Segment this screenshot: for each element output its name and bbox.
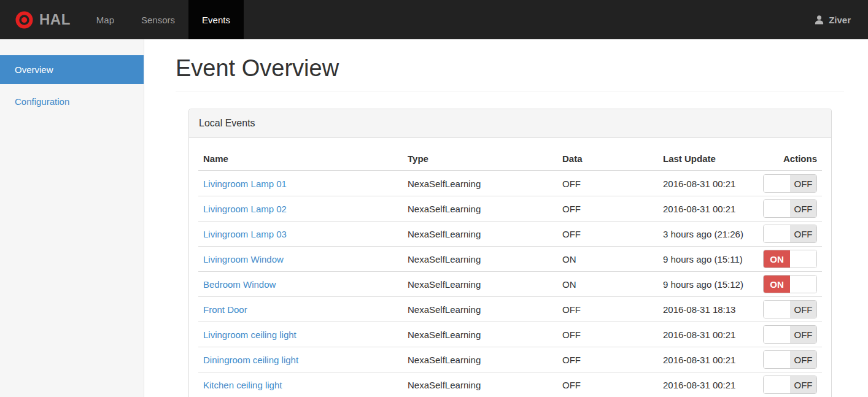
table-row: Bedroom Window NexaSelfLearning ON 9 hou… bbox=[198, 272, 822, 297]
toggle-handle bbox=[764, 225, 790, 242]
toggle-state-label: OFF bbox=[790, 175, 816, 192]
col-header-type: Type bbox=[403, 147, 557, 171]
nav-item-map[interactable]: Map bbox=[83, 0, 128, 39]
local-events-panel: Local Events Name Type Data Last Update … bbox=[188, 109, 832, 397]
toggle-handle bbox=[764, 376, 790, 393]
table-row: Livingroom Lamp 01 NexaSelfLearning OFF … bbox=[198, 171, 822, 196]
toggle-state-label: OFF bbox=[790, 200, 816, 217]
last-update-cell: 2016-08-31 00:21 bbox=[658, 372, 757, 397]
action-toggle[interactable]: OFF bbox=[763, 300, 817, 318]
toggle-state-label: OFF bbox=[790, 351, 816, 368]
brand-label: HAL bbox=[39, 11, 71, 28]
nav-item-events[interactable]: Events bbox=[188, 0, 244, 39]
brand[interactable]: HAL bbox=[0, 0, 83, 39]
action-toggle[interactable]: OFF bbox=[763, 225, 817, 243]
table-row: Kitchen ceiling light NexaSelfLearning O… bbox=[198, 372, 822, 397]
action-toggle[interactable]: OFF bbox=[763, 376, 817, 394]
event-link[interactable]: Livingroom Lamp 01 bbox=[203, 179, 287, 189]
action-toggle[interactable]: OFF bbox=[763, 174, 817, 193]
table-row: Diningroom ceiling light NexaSelfLearnin… bbox=[198, 347, 822, 372]
toggle-handle bbox=[764, 175, 790, 192]
table-row: Livingroom Window NexaSelfLearning ON 9 … bbox=[198, 247, 822, 272]
action-toggle[interactable]: OFF bbox=[763, 325, 817, 344]
toggle-handle bbox=[764, 351, 790, 368]
username-label: Ziver bbox=[829, 15, 851, 25]
type-cell: NexaSelfLearning bbox=[403, 347, 557, 372]
last-update-cell: 2016-08-31 00:21 bbox=[658, 322, 757, 347]
action-toggle[interactable]: OFF bbox=[763, 350, 817, 369]
table-row: Livingroom ceiling light NexaSelfLearnin… bbox=[198, 322, 822, 347]
event-link[interactable]: Livingroom ceiling light bbox=[203, 330, 296, 340]
toggle-handle bbox=[764, 326, 790, 343]
data-cell: ON bbox=[557, 272, 658, 297]
col-header-data: Data bbox=[557, 147, 658, 171]
data-cell: OFF bbox=[557, 171, 658, 196]
nav-item-sensors[interactable]: Sensors bbox=[128, 0, 188, 39]
col-header-name: Name bbox=[198, 147, 403, 171]
event-link[interactable]: Diningroom ceiling light bbox=[203, 355, 298, 365]
events-table: Name Type Data Last Update Actions Livin… bbox=[198, 147, 822, 397]
table-header-row: Name Type Data Last Update Actions bbox=[198, 147, 822, 171]
data-cell: OFF bbox=[557, 322, 658, 347]
data-cell: OFF bbox=[557, 196, 658, 222]
action-toggle[interactable]: ON bbox=[763, 275, 817, 293]
event-link[interactable]: Bedroom Window bbox=[203, 279, 276, 290]
toggle-handle bbox=[764, 200, 790, 217]
toggle-handle bbox=[764, 301, 790, 318]
type-cell: NexaSelfLearning bbox=[403, 222, 557, 247]
type-cell: NexaSelfLearning bbox=[403, 247, 557, 272]
sidebar-item-overview[interactable]: Overview bbox=[0, 55, 144, 84]
toggle-state-label: OFF bbox=[790, 225, 816, 242]
last-update-cell: 2016-08-31 00:21 bbox=[658, 171, 757, 196]
data-cell: OFF bbox=[557, 297, 658, 322]
sidebar-item-configuration[interactable]: Configuration bbox=[0, 87, 144, 116]
toggle-handle bbox=[790, 276, 816, 293]
main-content: Event Overview Local Events Name Type Da… bbox=[145, 39, 868, 397]
sidebar: Overview Configuration bbox=[0, 39, 144, 397]
type-cell: NexaSelfLearning bbox=[403, 372, 557, 397]
toggle-state-label: OFF bbox=[790, 326, 816, 343]
data-cell: OFF bbox=[557, 372, 658, 397]
toggle-state-label: OFF bbox=[790, 301, 816, 318]
type-cell: NexaSelfLearning bbox=[403, 171, 557, 196]
toggle-state-label: ON bbox=[764, 250, 790, 268]
last-update-cell: 3 hours ago (21:26) bbox=[658, 222, 757, 247]
table-row: Livingroom Lamp 03 NexaSelfLearning OFF … bbox=[198, 222, 822, 247]
toggle-state-label: OFF bbox=[790, 376, 816, 393]
panel-heading: Local Events bbox=[189, 109, 831, 138]
type-cell: NexaSelfLearning bbox=[403, 322, 557, 347]
event-link[interactable]: Livingroom Lamp 03 bbox=[203, 229, 287, 239]
last-update-cell: 2016-08-31 18:13 bbox=[658, 297, 757, 322]
type-cell: NexaSelfLearning bbox=[403, 297, 557, 322]
main-nav: Map Sensors Events bbox=[83, 0, 244, 39]
table-row: Front Door NexaSelfLearning OFF 2016-08-… bbox=[198, 297, 822, 322]
hal-logo-icon bbox=[15, 10, 34, 29]
data-cell: OFF bbox=[557, 347, 658, 372]
last-update-cell: 2016-08-31 00:21 bbox=[658, 347, 757, 372]
event-link[interactable]: Livingroom Lamp 02 bbox=[203, 204, 287, 214]
event-link[interactable]: Front Door bbox=[203, 304, 247, 315]
navbar: HAL Map Sensors Events Ziver bbox=[0, 0, 868, 39]
toggle-handle bbox=[790, 250, 816, 268]
action-toggle[interactable]: ON bbox=[763, 250, 817, 268]
page-title: Event Overview bbox=[176, 55, 844, 91]
data-cell: OFF bbox=[557, 222, 658, 247]
table-row: Livingroom Lamp 02 NexaSelfLearning OFF … bbox=[198, 196, 822, 222]
action-toggle[interactable]: OFF bbox=[763, 199, 817, 218]
last-update-cell: 9 hours ago (15:11) bbox=[658, 247, 757, 272]
navbar-user[interactable]: Ziver bbox=[814, 0, 868, 39]
type-cell: NexaSelfLearning bbox=[403, 272, 557, 297]
col-header-actions: Actions bbox=[757, 147, 822, 171]
type-cell: NexaSelfLearning bbox=[403, 196, 557, 222]
col-header-last-update: Last Update bbox=[658, 147, 757, 171]
user-icon bbox=[814, 15, 824, 25]
event-link[interactable]: Kitchen ceiling light bbox=[203, 380, 282, 390]
last-update-cell: 9 hours ago (15:12) bbox=[658, 272, 757, 297]
last-update-cell: 2016-08-31 00:21 bbox=[658, 196, 757, 222]
event-link[interactable]: Livingroom Window bbox=[203, 254, 284, 264]
data-cell: ON bbox=[557, 247, 658, 272]
toggle-state-label: ON bbox=[764, 276, 790, 293]
panel-body: Name Type Data Last Update Actions Livin… bbox=[189, 138, 831, 397]
